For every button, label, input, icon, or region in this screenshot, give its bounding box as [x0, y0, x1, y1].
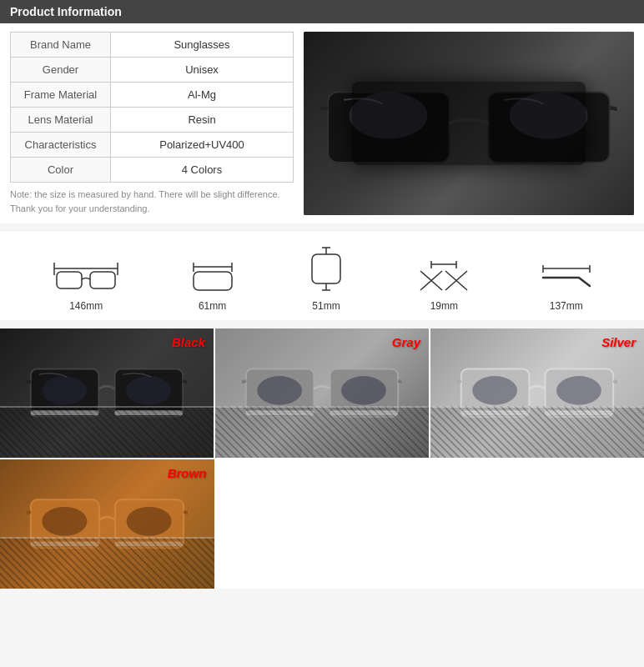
info-table-row: Frame MaterialAl-Mg: [11, 83, 294, 108]
product-note: Note: the size is measured by hand. Ther…: [10, 188, 294, 215]
info-table-value: 4 Colors: [111, 158, 294, 183]
measurement-icon-width: [53, 246, 119, 292]
color-item-gray: Gray: [215, 328, 429, 458]
measurement-label-temple: 137mm: [550, 300, 583, 312]
hero-glasses-svg: [320, 45, 617, 202]
measurement-lens-width: 61mm: [192, 246, 234, 312]
color-item-silver: Silver: [430, 328, 644, 458]
colors-bottom-row: Brown: [0, 459, 644, 589]
measurement-icon-temple: [541, 246, 591, 292]
width-icon-svg: [53, 258, 119, 292]
bridge-icon-svg: [419, 258, 469, 292]
svg-rect-0: [328, 92, 449, 162]
info-table-label: Characteristics: [11, 133, 111, 158]
measurement-temple: 137mm: [541, 246, 591, 312]
info-table-row: GenderUnisex: [11, 58, 294, 83]
svg-rect-14: [194, 272, 232, 290]
svg-rect-10: [90, 272, 115, 288]
svg-point-4: [350, 92, 428, 138]
page-title: Product Information: [10, 5, 122, 18]
color-bg-brown: Brown: [0, 459, 214, 589]
color-item-brown: Brown: [0, 459, 214, 589]
svg-rect-9: [57, 272, 82, 288]
svg-point-38: [257, 376, 302, 405]
measurement-label-lens-height: 51mm: [312, 300, 340, 312]
color-item-black: Black: [0, 328, 214, 458]
info-table-row: Brand NameSunglasses: [11, 33, 294, 58]
info-table-value: Sunglasses: [111, 33, 294, 58]
svg-rect-1: [488, 92, 609, 162]
lens-height-icon-svg: [305, 246, 347, 292]
color-bg-gray: Gray: [215, 328, 429, 458]
measurement-label-lens-width: 61mm: [199, 300, 226, 312]
color-bg-black: Black: [0, 328, 214, 458]
measurement-overall-width: 146mm: [53, 246, 119, 312]
measurement-icon-lens-width: [192, 246, 234, 292]
svg-point-5: [510, 92, 588, 138]
info-table-value: Resin: [111, 108, 294, 133]
measurement-icon-lens-height: [305, 246, 347, 292]
info-table-label: Lens Material: [11, 108, 111, 133]
measurements-section: 146mm 61mm 51mm: [0, 230, 644, 320]
colors-grid: Black Gray: [0, 328, 644, 459]
black-label: Black: [172, 335, 205, 349]
info-table-value: Al-Mg: [111, 83, 294, 108]
svg-point-46: [472, 376, 517, 405]
svg-rect-19: [312, 254, 340, 283]
silver-label: Silver: [601, 335, 636, 349]
case-brown: [0, 537, 214, 589]
measurement-label-width: 146mm: [69, 300, 103, 312]
product-info-section: Brand NameSunglassesGenderUnisexFrame Ma…: [0, 23, 644, 223]
gray-label: Gray: [392, 335, 420, 349]
svg-point-55: [127, 507, 172, 536]
color-bg-silver: Silver: [430, 328, 644, 458]
measurement-icon-bridge: [419, 246, 469, 292]
case-gray: [215, 406, 429, 458]
svg-line-3: [610, 108, 617, 112]
info-table-row: Lens MaterialResin: [11, 108, 294, 133]
info-table-row: Color4 Colors: [11, 158, 294, 183]
brown-label: Brown: [168, 466, 207, 480]
info-table-label: Brand Name: [11, 33, 111, 58]
info-table-value: Unisex: [111, 58, 294, 83]
product-info-table: Brand NameSunglassesGenderUnisexFrame Ma…: [10, 32, 294, 183]
page-header: Product Information: [0, 0, 644, 23]
measurement-label-bridge: 19mm: [430, 300, 458, 312]
hero-image-bg: [304, 32, 634, 215]
info-table-value: Polarized+UV400: [111, 133, 294, 158]
case-black: [0, 406, 214, 458]
temple-icon-svg: [541, 263, 591, 292]
svg-point-39: [341, 376, 386, 405]
measurement-lens-height: 51mm: [305, 246, 347, 312]
svg-point-47: [556, 376, 601, 405]
lens-width-icon-svg: [192, 258, 234, 292]
svg-line-2: [320, 108, 328, 112]
svg-point-54: [43, 507, 88, 536]
info-table-label: Gender: [11, 58, 111, 83]
info-table-row: CharacteristicsPolarized+UV400: [11, 133, 294, 158]
measurement-bridge: 19mm: [419, 246, 469, 312]
product-hero-image: [304, 32, 634, 215]
colors-section: Black Gray: [0, 328, 644, 589]
svg-point-31: [126, 376, 171, 405]
info-table-label: Frame Material: [11, 83, 111, 108]
svg-point-30: [42, 376, 87, 405]
info-table-label: Color: [11, 158, 111, 183]
info-table-wrapper: Brand NameSunglassesGenderUnisexFrame Ma…: [10, 32, 294, 215]
case-silver: [430, 406, 644, 458]
